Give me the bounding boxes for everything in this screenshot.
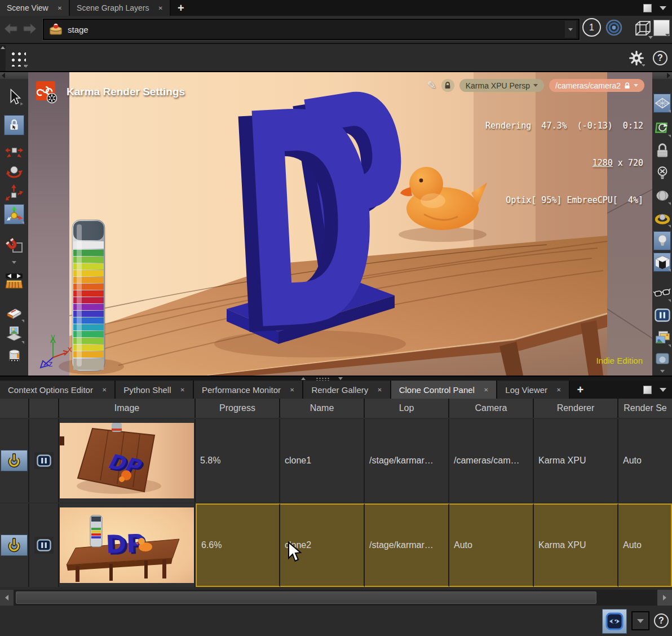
display-material-icon[interactable] [653, 253, 671, 272]
cell-lop[interactable]: /stage/karmar… [365, 504, 449, 587]
renderer-pill[interactable]: Karma XPU Persp [459, 79, 544, 92]
cell-render-settings[interactable]: Auto [618, 504, 672, 587]
tab-scene-graph-layers[interactable]: Scene Graph Layers ✕ [70, 0, 171, 16]
reference-plane-icon[interactable] [653, 94, 671, 113]
pane-maximize-icon[interactable] [643, 386, 652, 394]
pane-divider[interactable] [0, 376, 672, 381]
cell-progress[interactable]: 6.6% [196, 504, 280, 587]
collapse-down-handle[interactable] [338, 377, 343, 380]
snapshot-stack-icon[interactable] [653, 328, 671, 347]
rotate-tool-icon[interactable] [4, 162, 24, 183]
flipbook-icon[interactable] [4, 346, 24, 366]
snapshot-count-badge[interactable]: 1 [582, 18, 601, 37]
pause-toggle[interactable] [34, 452, 54, 469]
translate-tool-icon[interactable] [4, 141, 24, 161]
table-row-clone1[interactable]: DP DP 5.8% clone1 /stage/karmar… /camera… [0, 419, 672, 502]
horizontal-scrollbar[interactable] [0, 590, 672, 606]
pencil-icon[interactable]: ✎ [427, 79, 436, 92]
close-icon[interactable]: ✕ [556, 387, 561, 393]
back-button[interactable] [3, 23, 18, 35]
tab-render-gallery[interactable]: Render Gallery✕ [303, 381, 391, 399]
help-button[interactable]: ? [653, 51, 667, 65]
tab-python-shell[interactable]: Python Shell✕ [116, 381, 194, 399]
tab-log-viewer[interactable]: Log Viewer✕ [497, 381, 570, 399]
cell-progress[interactable]: 5.8% [196, 419, 280, 502]
compare-target-icon[interactable] [604, 18, 624, 37]
cell-name[interactable]: clone2 [280, 504, 365, 587]
close-icon[interactable]: ✕ [290, 387, 294, 393]
scale-tool-icon[interactable] [4, 183, 24, 203]
snap-magnet-icon[interactable] [4, 236, 24, 256]
tab-performance-monitor[interactable]: Performance Monitor✕ [194, 381, 303, 399]
new-tab-button[interactable]: + [171, 0, 191, 16]
cell-camera[interactable]: Auto [449, 504, 534, 587]
snapshot-eye-button[interactable] [602, 609, 627, 634]
stereo-glasses-icon[interactable] [653, 283, 671, 302]
renderer-pill-label: Karma XPU Persp [466, 81, 530, 90]
two-sided-light-icon[interactable] [653, 186, 671, 205]
cell-renderer[interactable]: Karma XPU [534, 419, 618, 502]
toolbar-scroll-up[interactable] [0, 45, 6, 71]
help-button[interactable]: ? [654, 613, 669, 628]
close-icon[interactable]: ✕ [102, 387, 107, 393]
tab-context-options-editor[interactable]: Context Options Editor✕ [0, 381, 116, 399]
left-toolbar-scroll[interactable] [0, 72, 28, 79]
scroll-right-button[interactable] [657, 590, 672, 606]
thumbnail-clone1[interactable]: DP DP [59, 419, 196, 502]
right-toolbar-more-icon[interactable] [653, 368, 671, 374]
view-pivot-icon[interactable] [653, 118, 671, 138]
snapshot-dropdown-button[interactable] [631, 611, 649, 630]
pane-maximize-icon[interactable] [643, 4, 652, 12]
settings-gear-icon[interactable] [628, 50, 645, 67]
secure-selection-icon[interactable] [4, 115, 24, 135]
cell-renderer[interactable]: Karma XPU [534, 504, 618, 587]
close-icon[interactable]: ✕ [158, 5, 162, 11]
collapse-up-handle[interactable] [301, 377, 306, 380]
cell-lop[interactable]: /stage/karmar… [365, 419, 449, 502]
close-icon[interactable]: ✕ [377, 387, 382, 393]
display-mode-dropdown-icon[interactable] [665, 34, 670, 37]
lighting-icon[interactable] [653, 231, 671, 250]
cell-name[interactable]: clone1 [280, 419, 365, 502]
tab-scene-view[interactable]: Scene View ✕ [0, 0, 70, 16]
tab-clone-control-panel[interactable]: Clone Control Panel✕ [391, 381, 498, 399]
pause-toggle[interactable] [34, 537, 54, 554]
table-row-clone2[interactable]: DP DP 6.6% clone2 /stage/karmar… Auto Ka… [0, 504, 672, 587]
pane-menu-icon[interactable] [660, 388, 666, 392]
cell-render-settings[interactable]: Auto [618, 419, 672, 502]
viewport[interactable]: P P D D [28, 72, 652, 376]
display-mode-icon[interactable] [654, 20, 669, 36]
env-light-icon[interactable] [653, 209, 671, 228]
new-tab-button[interactable]: + [570, 381, 590, 399]
thumbnail-clone2[interactable]: DP DP [59, 504, 196, 587]
close-icon[interactable]: ✕ [484, 387, 488, 393]
render-region-icon[interactable] [4, 324, 24, 344]
close-icon[interactable]: ✕ [180, 387, 185, 393]
lock-disc-icon[interactable] [441, 79, 454, 92]
path-dropdown-icon[interactable] [565, 21, 576, 38]
power-toggle[interactable] [1, 450, 28, 471]
stage-floor-icon[interactable] [4, 271, 24, 295]
close-icon[interactable]: ✕ [58, 5, 62, 11]
pause-display-icon[interactable] [653, 306, 671, 325]
sticky-note-icon[interactable] [4, 302, 24, 323]
view-cube-icon[interactable] [633, 18, 654, 39]
select-tool-icon[interactable] [4, 87, 24, 107]
header-progress: Progress [196, 399, 280, 418]
forward-button[interactable] [23, 23, 37, 35]
headlight-off-icon[interactable] [653, 164, 671, 183]
power-toggle[interactable] [1, 535, 28, 556]
toolbar-grid-menu-icon[interactable] [9, 50, 26, 67]
stage-path-input[interactable]: stage [43, 19, 580, 40]
svg-text:D: D [233, 72, 387, 376]
camera-lock-icon[interactable] [653, 141, 671, 160]
handles-tool-icon[interactable] [4, 204, 24, 224]
clipped-toolbar-icon[interactable] [653, 352, 671, 365]
scroll-left-button[interactable] [0, 590, 14, 606]
pane-menu-icon[interactable] [660, 6, 666, 10]
snap-options-dropdown-icon[interactable] [4, 258, 24, 266]
camera-pill[interactable]: /cameras/camera2 [549, 79, 644, 92]
right-toolbar-scroll[interactable] [652, 72, 672, 79]
cell-camera[interactable]: /cameras/cam… [449, 419, 534, 502]
scrollbar-thumb[interactable] [16, 591, 596, 604]
